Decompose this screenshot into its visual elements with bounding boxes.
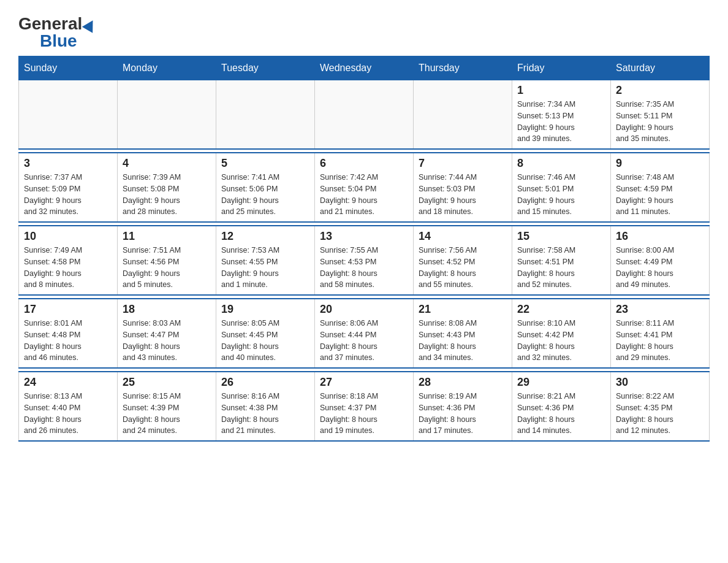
logo-general: General [18, 14, 96, 33]
calendar-cell: 8Sunrise: 7:46 AM Sunset: 5:01 PM Daylig… [512, 153, 611, 222]
day-info: Sunrise: 7:42 AM Sunset: 5:04 PM Dayligh… [320, 172, 408, 218]
day-number: 18 [123, 303, 211, 316]
day-number: 4 [123, 157, 211, 170]
day-info: Sunrise: 7:55 AM Sunset: 4:53 PM Dayligh… [320, 245, 408, 291]
calendar-cell: 22Sunrise: 8:10 AM Sunset: 4:42 PM Dayli… [512, 299, 611, 368]
calendar-week-4: 17Sunrise: 8:01 AM Sunset: 4:48 PM Dayli… [19, 299, 710, 368]
day-number: 26 [221, 376, 309, 389]
calendar-cell: 23Sunrise: 8:11 AM Sunset: 4:41 PM Dayli… [611, 299, 710, 368]
day-info: Sunrise: 8:03 AM Sunset: 4:47 PM Dayligh… [123, 318, 211, 364]
day-number: 15 [517, 230, 605, 243]
day-info: Sunrise: 7:58 AM Sunset: 4:51 PM Dayligh… [517, 245, 605, 291]
day-number: 21 [419, 303, 507, 316]
day-info: Sunrise: 7:35 AM Sunset: 5:11 PM Dayligh… [616, 99, 704, 145]
day-info: Sunrise: 8:22 AM Sunset: 4:35 PM Dayligh… [616, 391, 704, 437]
logo: General Blue [18, 15, 96, 50]
day-info: Sunrise: 8:19 AM Sunset: 4:36 PM Dayligh… [419, 391, 507, 437]
day-info: Sunrise: 8:01 AM Sunset: 4:48 PM Dayligh… [24, 318, 112, 364]
day-info: Sunrise: 7:41 AM Sunset: 5:06 PM Dayligh… [221, 172, 309, 218]
calendar-cell: 29Sunrise: 8:21 AM Sunset: 4:36 PM Dayli… [512, 372, 611, 441]
calendar-cell: 17Sunrise: 8:01 AM Sunset: 4:48 PM Dayli… [19, 299, 118, 368]
day-number: 14 [419, 230, 507, 243]
day-number: 28 [419, 376, 507, 389]
day-info: Sunrise: 7:46 AM Sunset: 5:01 PM Dayligh… [517, 172, 605, 218]
day-info: Sunrise: 8:16 AM Sunset: 4:38 PM Dayligh… [221, 391, 309, 437]
day-number: 20 [320, 303, 408, 316]
day-number: 22 [517, 303, 605, 316]
day-number: 24 [24, 376, 112, 389]
calendar-table: SundayMondayTuesdayWednesdayThursdayFrid… [18, 56, 710, 442]
calendar-cell: 15Sunrise: 7:58 AM Sunset: 4:51 PM Dayli… [512, 226, 611, 295]
calendar-header-row: SundayMondayTuesdayWednesdayThursdayFrid… [19, 56, 710, 80]
day-info: Sunrise: 7:49 AM Sunset: 4:58 PM Dayligh… [24, 245, 112, 291]
calendar-cell: 19Sunrise: 8:05 AM Sunset: 4:45 PM Dayli… [216, 299, 315, 368]
calendar-week-2: 3Sunrise: 7:37 AM Sunset: 5:09 PM Daylig… [19, 153, 710, 222]
day-info: Sunrise: 8:05 AM Sunset: 4:45 PM Dayligh… [221, 318, 309, 364]
day-info: Sunrise: 7:39 AM Sunset: 5:08 PM Dayligh… [123, 172, 211, 218]
day-number: 12 [221, 230, 309, 243]
day-info: Sunrise: 8:18 AM Sunset: 4:37 PM Dayligh… [320, 391, 408, 437]
day-info: Sunrise: 8:21 AM Sunset: 4:36 PM Dayligh… [517, 391, 605, 437]
day-info: Sunrise: 8:13 AM Sunset: 4:40 PM Dayligh… [24, 391, 112, 437]
day-number: 19 [221, 303, 309, 316]
calendar-cell: 5Sunrise: 7:41 AM Sunset: 5:06 PM Daylig… [216, 153, 315, 222]
calendar-cell: 10Sunrise: 7:49 AM Sunset: 4:58 PM Dayli… [19, 226, 118, 295]
calendar-week-5: 24Sunrise: 8:13 AM Sunset: 4:40 PM Dayli… [19, 372, 710, 441]
calendar-cell: 16Sunrise: 8:00 AM Sunset: 4:49 PM Dayli… [611, 226, 710, 295]
day-number: 17 [24, 303, 112, 316]
day-number: 16 [616, 230, 704, 243]
day-number: 2 [616, 84, 704, 97]
calendar-cell: 2Sunrise: 7:35 AM Sunset: 5:11 PM Daylig… [611, 80, 710, 150]
page-header: General Blue [18, 12, 710, 50]
day-number: 10 [24, 230, 112, 243]
calendar-cell: 28Sunrise: 8:19 AM Sunset: 4:36 PM Dayli… [414, 372, 512, 441]
calendar-week-1: 1Sunrise: 7:34 AM Sunset: 5:13 PM Daylig… [19, 80, 710, 150]
calendar-cell: 13Sunrise: 7:55 AM Sunset: 4:53 PM Dayli… [315, 226, 414, 295]
day-info: Sunrise: 8:08 AM Sunset: 4:43 PM Dayligh… [419, 318, 507, 364]
day-number: 3 [24, 157, 112, 170]
day-number: 6 [320, 157, 408, 170]
day-number: 27 [320, 376, 408, 389]
day-info: Sunrise: 7:44 AM Sunset: 5:03 PM Dayligh… [419, 172, 507, 218]
day-info: Sunrise: 8:10 AM Sunset: 4:42 PM Dayligh… [517, 318, 605, 364]
day-number: 29 [517, 376, 605, 389]
calendar-cell: 1Sunrise: 7:34 AM Sunset: 5:13 PM Daylig… [512, 80, 611, 150]
calendar-cell: 11Sunrise: 7:51 AM Sunset: 4:56 PM Dayli… [118, 226, 216, 295]
calendar-cell: 27Sunrise: 8:18 AM Sunset: 4:37 PM Dayli… [315, 372, 414, 441]
day-info: Sunrise: 7:37 AM Sunset: 5:09 PM Dayligh… [24, 172, 112, 218]
day-number: 13 [320, 230, 408, 243]
day-info: Sunrise: 7:34 AM Sunset: 5:13 PM Dayligh… [517, 99, 605, 145]
day-number: 9 [616, 157, 704, 170]
calendar-cell [315, 80, 414, 150]
day-number: 8 [517, 157, 605, 170]
day-info: Sunrise: 7:56 AM Sunset: 4:52 PM Dayligh… [419, 245, 507, 291]
weekday-header-friday: Friday [512, 56, 611, 80]
day-info: Sunrise: 8:00 AM Sunset: 4:49 PM Dayligh… [616, 245, 704, 291]
day-info: Sunrise: 7:48 AM Sunset: 4:59 PM Dayligh… [616, 172, 704, 218]
day-info: Sunrise: 8:11 AM Sunset: 4:41 PM Dayligh… [616, 318, 704, 364]
weekday-header-saturday: Saturday [611, 56, 710, 80]
day-number: 5 [221, 157, 309, 170]
day-info: Sunrise: 8:06 AM Sunset: 4:44 PM Dayligh… [320, 318, 408, 364]
calendar-cell: 21Sunrise: 8:08 AM Sunset: 4:43 PM Dayli… [414, 299, 512, 368]
calendar-cell: 18Sunrise: 8:03 AM Sunset: 4:47 PM Dayli… [118, 299, 216, 368]
calendar-cell: 3Sunrise: 7:37 AM Sunset: 5:09 PM Daylig… [19, 153, 118, 222]
calendar-cell: 30Sunrise: 8:22 AM Sunset: 4:35 PM Dayli… [611, 372, 710, 441]
day-number: 11 [123, 230, 211, 243]
day-info: Sunrise: 7:51 AM Sunset: 4:56 PM Dayligh… [123, 245, 211, 291]
logo-blue: Blue [40, 33, 77, 50]
day-info: Sunrise: 7:53 AM Sunset: 4:55 PM Dayligh… [221, 245, 309, 291]
day-number: 23 [616, 303, 704, 316]
calendar-cell: 26Sunrise: 8:16 AM Sunset: 4:38 PM Dayli… [216, 372, 315, 441]
day-number: 30 [616, 376, 704, 389]
calendar-cell: 9Sunrise: 7:48 AM Sunset: 4:59 PM Daylig… [611, 153, 710, 222]
calendar-cell: 6Sunrise: 7:42 AM Sunset: 5:04 PM Daylig… [315, 153, 414, 222]
calendar-cell: 4Sunrise: 7:39 AM Sunset: 5:08 PM Daylig… [118, 153, 216, 222]
logo-text: General [18, 15, 96, 33]
calendar-cell [216, 80, 315, 150]
calendar-cell [414, 80, 512, 150]
day-number: 7 [419, 157, 507, 170]
calendar-cell: 25Sunrise: 8:15 AM Sunset: 4:39 PM Dayli… [118, 372, 216, 441]
calendar-cell: 24Sunrise: 8:13 AM Sunset: 4:40 PM Dayli… [19, 372, 118, 441]
calendar-cell: 12Sunrise: 7:53 AM Sunset: 4:55 PM Dayli… [216, 226, 315, 295]
